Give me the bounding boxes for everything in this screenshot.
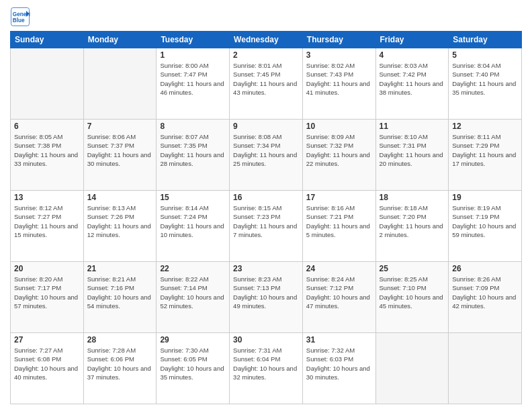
day-number: 25 (380, 264, 445, 273)
day-number: 14 (87, 193, 153, 202)
day-info: Sunrise: 8:11 AMSunset: 7:29 PMDaylight:… (452, 132, 518, 168)
day-number: 13 (14, 193, 80, 202)
day-info: Sunrise: 8:25 AMSunset: 7:10 PMDaylight:… (380, 275, 445, 310)
day-number: 3 (306, 50, 372, 60)
day-number: 26 (452, 264, 518, 273)
day-number: 6 (14, 122, 80, 131)
day-number: 8 (160, 122, 226, 131)
day-info: Sunrise: 7:32 AMSunset: 6:03 PMDaylight:… (306, 346, 372, 381)
day-number: 18 (380, 193, 445, 202)
calendar-cell: 20Sunrise: 8:20 AMSunset: 7:17 PMDayligh… (11, 262, 84, 333)
calendar-cell: 25Sunrise: 8:25 AMSunset: 7:10 PMDayligh… (375, 262, 449, 333)
day-number: 19 (452, 193, 518, 202)
day-info: Sunrise: 8:23 AMSunset: 7:13 PMDaylight:… (233, 275, 299, 310)
calendar-cell: 18Sunrise: 8:18 AMSunset: 7:20 PMDayligh… (375, 191, 449, 262)
calendar-cell: 21Sunrise: 8:21 AMSunset: 7:16 PMDayligh… (83, 262, 157, 333)
calendar-cell: 12Sunrise: 8:11 AMSunset: 7:29 PMDayligh… (449, 120, 522, 191)
day-info: Sunrise: 8:20 AMSunset: 7:17 PMDaylight:… (14, 275, 80, 310)
calendar-cell: 4Sunrise: 8:03 AMSunset: 7:42 PMDaylight… (375, 48, 449, 120)
calendar-cell: 16Sunrise: 8:15 AMSunset: 7:23 PMDayligh… (230, 191, 303, 262)
calendar-cell: 31Sunrise: 7:32 AMSunset: 6:03 PMDayligh… (302, 333, 375, 404)
day-info: Sunrise: 7:28 AMSunset: 6:06 PMDaylight:… (87, 346, 153, 381)
day-info: Sunrise: 8:15 AMSunset: 7:23 PMDaylight:… (233, 203, 299, 239)
calendar-cell: 29Sunrise: 7:30 AMSunset: 6:05 PMDayligh… (157, 333, 230, 404)
day-info: Sunrise: 7:27 AMSunset: 6:08 PMDaylight:… (14, 346, 80, 381)
day-info: Sunrise: 8:14 AMSunset: 7:24 PMDaylight:… (160, 203, 226, 239)
calendar-cell: 7Sunrise: 8:06 AMSunset: 7:37 PMDaylight… (83, 120, 157, 191)
weekday-header-sunday: Sunday (11, 32, 84, 48)
calendar-cell: 10Sunrise: 8:09 AMSunset: 7:32 PMDayligh… (302, 120, 375, 191)
calendar-cell: 9Sunrise: 8:08 AMSunset: 7:34 PMDaylight… (230, 120, 303, 191)
weekday-header-friday: Friday (375, 32, 449, 48)
day-number: 29 (160, 335, 226, 345)
day-number: 23 (233, 264, 299, 273)
day-info: Sunrise: 8:04 AMSunset: 7:40 PMDaylight:… (452, 61, 518, 97)
day-info: Sunrise: 8:21 AMSunset: 7:16 PMDaylight:… (87, 275, 153, 310)
day-number: 17 (306, 193, 372, 202)
calendar-cell: 23Sunrise: 8:23 AMSunset: 7:13 PMDayligh… (230, 262, 303, 333)
day-number: 31 (306, 335, 372, 345)
logo-icon: General Blue (10, 7, 30, 27)
day-number: 11 (380, 122, 445, 131)
weekday-header-thursday: Thursday (302, 32, 375, 48)
calendar-cell: 24Sunrise: 8:24 AMSunset: 7:12 PMDayligh… (302, 262, 375, 333)
weekday-header-saturday: Saturday (449, 32, 522, 48)
calendar-week-5: 27Sunrise: 7:27 AMSunset: 6:08 PMDayligh… (11, 333, 522, 404)
day-number: 15 (160, 193, 226, 202)
day-number: 4 (380, 50, 445, 60)
calendar-cell: 19Sunrise: 8:19 AMSunset: 7:19 PMDayligh… (449, 191, 522, 262)
day-info: Sunrise: 8:18 AMSunset: 7:20 PMDaylight:… (380, 203, 445, 239)
calendar-cell: 11Sunrise: 8:10 AMSunset: 7:31 PMDayligh… (375, 120, 449, 191)
weekday-header-tuesday: Tuesday (157, 32, 230, 48)
day-info: Sunrise: 8:19 AMSunset: 7:19 PMDaylight:… (452, 203, 518, 239)
day-info: Sunrise: 8:08 AMSunset: 7:34 PMDaylight:… (233, 132, 299, 168)
day-info: Sunrise: 8:12 AMSunset: 7:27 PMDaylight:… (14, 203, 80, 239)
day-number: 9 (233, 122, 299, 131)
day-number: 21 (87, 264, 153, 273)
day-info: Sunrise: 7:30 AMSunset: 6:05 PMDaylight:… (160, 346, 226, 381)
calendar-week-3: 13Sunrise: 8:12 AMSunset: 7:27 PMDayligh… (11, 191, 522, 262)
calendar-cell: 27Sunrise: 7:27 AMSunset: 6:08 PMDayligh… (11, 333, 84, 404)
calendar-cell: 2Sunrise: 8:01 AMSunset: 7:45 PMDaylight… (230, 48, 303, 120)
calendar-cell: 28Sunrise: 7:28 AMSunset: 6:06 PMDayligh… (83, 333, 157, 404)
calendar-cell: 5Sunrise: 8:04 AMSunset: 7:40 PMDaylight… (449, 48, 522, 120)
header: General Blue (10, 7, 522, 27)
calendar-cell (449, 333, 522, 404)
calendar-cell (83, 48, 157, 120)
day-number: 30 (233, 335, 299, 345)
day-info: Sunrise: 7:31 AMSunset: 6:04 PMDaylight:… (233, 346, 299, 381)
day-number: 16 (233, 193, 299, 202)
calendar-cell: 1Sunrise: 8:00 AMSunset: 7:47 PMDaylight… (157, 48, 230, 120)
day-info: Sunrise: 8:06 AMSunset: 7:37 PMDaylight:… (87, 132, 153, 168)
day-number: 20 (14, 264, 80, 273)
day-number: 12 (452, 122, 518, 131)
day-info: Sunrise: 8:07 AMSunset: 7:35 PMDaylight:… (160, 132, 226, 168)
calendar-cell (11, 48, 84, 120)
day-number: 27 (14, 335, 80, 345)
day-info: Sunrise: 8:03 AMSunset: 7:42 PMDaylight:… (380, 61, 445, 97)
day-info: Sunrise: 8:10 AMSunset: 7:31 PMDaylight:… (380, 132, 445, 168)
calendar-cell: 8Sunrise: 8:07 AMSunset: 7:35 PMDaylight… (157, 120, 230, 191)
calendar-cell: 30Sunrise: 7:31 AMSunset: 6:04 PMDayligh… (230, 333, 303, 404)
logo: General Blue (10, 7, 33, 27)
calendar-table: SundayMondayTuesdayWednesdayThursdayFrid… (10, 31, 522, 404)
day-number: 24 (306, 264, 372, 273)
day-info: Sunrise: 8:26 AMSunset: 7:09 PMDaylight:… (452, 275, 518, 310)
page: General Blue SundayMondayTuesdayWednesda… (0, 0, 532, 411)
day-info: Sunrise: 8:22 AMSunset: 7:14 PMDaylight:… (160, 275, 226, 310)
calendar-cell: 22Sunrise: 8:22 AMSunset: 7:14 PMDayligh… (157, 262, 230, 333)
weekday-header-row: SundayMondayTuesdayWednesdayThursdayFrid… (11, 32, 522, 48)
day-info: Sunrise: 8:01 AMSunset: 7:45 PMDaylight:… (233, 61, 299, 97)
calendar-cell: 13Sunrise: 8:12 AMSunset: 7:27 PMDayligh… (11, 191, 84, 262)
day-info: Sunrise: 8:09 AMSunset: 7:32 PMDaylight:… (306, 132, 372, 168)
day-number: 2 (233, 50, 299, 60)
svg-text:Blue: Blue (13, 17, 25, 24)
calendar-week-2: 6Sunrise: 8:05 AMSunset: 7:38 PMDaylight… (11, 120, 522, 191)
day-number: 7 (87, 122, 153, 131)
day-info: Sunrise: 8:16 AMSunset: 7:21 PMDaylight:… (306, 203, 372, 239)
calendar-cell: 14Sunrise: 8:13 AMSunset: 7:26 PMDayligh… (83, 191, 157, 262)
day-info: Sunrise: 8:24 AMSunset: 7:12 PMDaylight:… (306, 275, 372, 310)
calendar-cell: 17Sunrise: 8:16 AMSunset: 7:21 PMDayligh… (302, 191, 375, 262)
calendar-cell: 15Sunrise: 8:14 AMSunset: 7:24 PMDayligh… (157, 191, 230, 262)
calendar-cell (375, 333, 449, 404)
